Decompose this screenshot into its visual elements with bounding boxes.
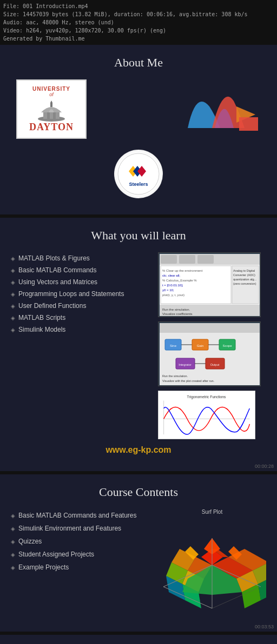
- learn-title: What you will learn: [11, 229, 266, 243]
- trig-plot-container: Trigonometric Functions: [158, 391, 266, 441]
- learn-list: MATLAB Plots & Figures Basic MATLAB Comm…: [11, 252, 153, 441]
- svg-text:Gain: Gain: [196, 344, 203, 347]
- svg-text:Trigonometric Functions: Trigonometric Functions: [187, 395, 226, 399]
- svg-text:Run the simulation.: Run the simulation.: [162, 308, 190, 311]
- matlab-logo-icon: [185, 79, 261, 139]
- svg-text:% Calculus_Example %: % Calculus_Example %: [162, 279, 197, 282]
- svg-rect-16: [179, 255, 195, 264]
- surf-plot-label: Surf Plot: [158, 509, 266, 515]
- list-item: Basic MATLAB Commands and Features: [11, 509, 153, 522]
- svg-text:Converter (ADC): Converter (ADC): [233, 273, 255, 277]
- svg-rect-7: [239, 117, 258, 131]
- learn-images: % Clear up the environment clc; clear al…: [158, 252, 266, 441]
- svg-rect-15: [161, 255, 177, 264]
- svg-text:Scope: Scope: [222, 344, 232, 347]
- list-item: Simulink Models: [11, 324, 153, 336]
- list-item: Simulink Environment and Features: [11, 522, 153, 535]
- svg-text:plot(t, y, t, yout): plot(t, y, t, yout): [162, 293, 184, 297]
- trig-plot-svg: Trigonometric Functions: [158, 391, 255, 439]
- learn-timestamp: 00:00:28: [255, 464, 274, 469]
- list-item: Basic MATLAB Commands: [11, 264, 153, 276]
- steelers-logo: Steelers: [114, 150, 163, 198]
- list-item: Student Assigned Projects: [11, 548, 153, 561]
- ud-dome-icon: [37, 97, 67, 122]
- svg-text:Output: Output: [210, 363, 219, 366]
- simulink-screenshot: Sine Gain Scope Integrator Output Run th…: [158, 321, 261, 386]
- ud-of-text: of: [49, 92, 54, 97]
- list-item: Example Projects: [11, 561, 153, 574]
- projects-section: Projects Instructions : Explains assignm…: [0, 635, 277, 644]
- matlab-screenshot-svg: % Clear up the environment clc; clear al…: [160, 254, 260, 316]
- svg-text:Analog to Digital: Analog to Digital: [233, 269, 255, 272]
- svg-rect-1: [43, 112, 60, 119]
- watermark: www.eg-kp.com: [11, 445, 266, 455]
- matlab-screenshot: % Clear up the environment clc; clear al…: [158, 252, 261, 317]
- matlab-logo: [185, 79, 261, 139]
- contents-content: Basic MATLAB Commands and Features Simul…: [11, 509, 266, 615]
- svg-text:Visualize with the plot create: Visualize with the plot created after ru…: [162, 379, 215, 383]
- about-me-section: About Me UNIVERSITY of DAYTON: [0, 45, 277, 214]
- list-item: MATLAB Plots & Figures: [11, 252, 153, 264]
- list-item: Programming Loops and Statements: [11, 288, 153, 300]
- svg-text:Steelers: Steelers: [129, 182, 148, 187]
- about-me-title: About Me: [114, 56, 163, 70]
- file-info-bar: File: 001 Introduction.mp4 Size: 1445703…: [0, 0, 277, 45]
- file-info-line2: Size: 14457039 bytes (13.82 MiB), durati…: [3, 10, 274, 18]
- file-info-line4: Video: h264, yuv420p, 1280x720, 30.00 fp…: [3, 26, 274, 35]
- steelers-logo-icon: Steelers: [117, 152, 160, 196]
- contents-list: Basic MATLAB Commands and Features Simul…: [11, 509, 153, 574]
- file-info-line3: Audio: aac, 48000 Hz, stereo (und): [3, 18, 274, 26]
- svg-rect-5: [53, 112, 56, 119]
- file-info-line5: Generated by Thumbnail.me: [3, 35, 274, 43]
- svg-marker-3: [50, 100, 52, 103]
- learn-section: What you will learn MATLAB Plots & Figur…: [0, 218, 277, 471]
- file-info-line1: File: 001 Introduction.mp4: [3, 2, 274, 10]
- surf-plot-svg: [158, 516, 266, 614]
- contents-timestamp: 00:03:53: [255, 624, 274, 629]
- list-item: MATLAB Scripts: [11, 312, 153, 324]
- svg-text:Run the simulation.: Run the simulation.: [162, 374, 188, 378]
- surf-plot-container: Surf Plot: [158, 509, 266, 615]
- learn-content: MATLAB Plots & Figures Basic MATLAB Comm…: [11, 252, 266, 441]
- svg-text:Sine: Sine: [169, 344, 176, 347]
- list-item: User Defined Functions: [11, 300, 153, 312]
- svg-rect-50: [159, 393, 255, 437]
- svg-text:clc; clear all;: clc; clear all;: [162, 274, 180, 277]
- svg-text:Integrator: Integrator: [179, 363, 192, 366]
- svg-rect-4: [47, 112, 50, 119]
- svg-text:% Clear up the environment: % Clear up the environment: [162, 269, 203, 272]
- svg-rect-17: [197, 255, 214, 264]
- simulink-screenshot-svg: Sine Gain Scope Integrator Output Run th…: [160, 323, 260, 385]
- svg-text:Visualize coefficients: Visualize coefficients: [162, 312, 192, 316]
- contents-title: Course Contents: [11, 485, 266, 499]
- ud-dayton-text: DAYTON: [29, 122, 74, 133]
- svg-text:y0 = 10;: y0 = 10;: [162, 289, 174, 292]
- about-logos-container: UNIVERSITY of DAYTON: [11, 79, 266, 139]
- svg-text:(zero conversion): (zero conversion): [233, 282, 256, 285]
- list-item: Using Vectors and Matrices: [11, 276, 153, 288]
- svg-text:quantization alg...: quantization alg...: [233, 278, 257, 281]
- list-item: Quizzes: [11, 535, 153, 548]
- ud-university-text: UNIVERSITY: [32, 86, 70, 92]
- svg-rect-34: [160, 323, 260, 333]
- course-contents-section: Course Contents Basic MATLAB Commands an…: [0, 474, 277, 632]
- ud-logo: UNIVERSITY of DAYTON: [16, 79, 87, 139]
- svg-text:t = [0:0.01:10];: t = [0:0.01:10];: [162, 284, 183, 287]
- svg-rect-2: [50, 103, 52, 107]
